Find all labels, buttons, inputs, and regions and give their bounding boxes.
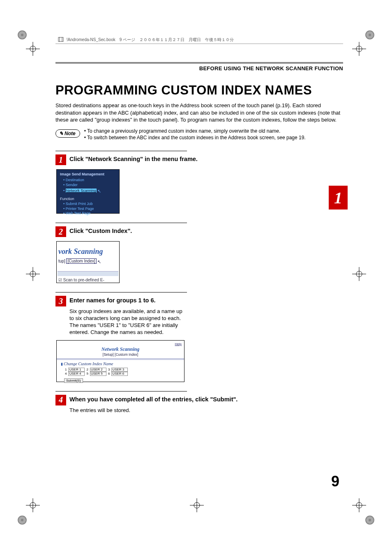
step-number: 4 bbox=[55, 395, 66, 405]
screenshot-menu-frame: Image Send Management Destination Sender… bbox=[56, 169, 120, 214]
ss3-title: Network Scanning bbox=[57, 346, 184, 352]
ss3-help-link: Help bbox=[175, 342, 182, 346]
cursor-icon: ↖ bbox=[97, 259, 101, 265]
note-item-1: To change a previously programmed custom… bbox=[84, 128, 306, 134]
step-2: 2 Click "Custom Index". vork Scanning tu… bbox=[55, 223, 343, 283]
cursor-icon: ↖ bbox=[97, 188, 101, 194]
step-number: 3 bbox=[55, 296, 66, 306]
ss1-item: Submit Print Job bbox=[63, 202, 116, 207]
step-body: The entries will be stored. bbox=[69, 407, 343, 414]
file-header-text: !Andromeda-NS_Sec.book 9 ページ ２００６年１１月２７日… bbox=[67, 37, 234, 42]
ss1-item: Destination bbox=[63, 178, 116, 183]
note-label: Note bbox=[65, 131, 76, 136]
step-body: Six group indexes are available, and a n… bbox=[69, 308, 184, 336]
reg-mark-mr bbox=[352, 267, 366, 281]
screenshot-index-form: Help Network Scanning [Setup] [Custom In… bbox=[56, 340, 184, 382]
note-box: ✎ Note To change a previously programmed… bbox=[55, 128, 343, 141]
step-title: Enter names for groups 1 to 6. bbox=[69, 296, 156, 304]
step-3: 3 Enter names for groups 1 to 6. Six gro… bbox=[55, 292, 343, 382]
pencil-icon: ✎ bbox=[59, 131, 63, 136]
ss3-input-6 bbox=[111, 372, 128, 376]
step-1: 1 Click "Network Scanning" in the menu f… bbox=[55, 151, 343, 214]
ss3-table: 1 2 3 4 5 6 bbox=[64, 368, 129, 376]
ss1-item-highlight: Network Scanning↖ bbox=[63, 187, 116, 193]
step-title: Click "Custom Index". bbox=[69, 226, 132, 235]
crop-mark-tr bbox=[365, 30, 374, 39]
step-title: When you have completed all of the entri… bbox=[69, 395, 238, 403]
reg-mark-ml bbox=[26, 267, 40, 281]
ss1-header: Image Send Management bbox=[60, 172, 116, 177]
ss3-input-2 bbox=[90, 368, 106, 372]
note-list: To change a previously programmed custom… bbox=[84, 128, 306, 141]
ss3-submit-button: Submit(S) bbox=[64, 378, 83, 383]
ss3-crumb: [Setup] [Custom Index] bbox=[57, 352, 184, 357]
ss2-crumb: tup] [Custom Index]↖ bbox=[58, 258, 118, 264]
step-number: 1 bbox=[55, 154, 66, 165]
frame-icon bbox=[58, 37, 64, 43]
ss1-item: Sender bbox=[63, 183, 116, 188]
ss2-title: vork Scanning bbox=[58, 247, 118, 256]
ss1-item: Printer Test Page bbox=[63, 207, 116, 212]
screenshot-custom-index: vork Scanning tup] [Custom Index]↖ ☑ Sca… bbox=[56, 241, 120, 283]
ss3-input-4 bbox=[68, 372, 85, 376]
crop-mark-bl bbox=[18, 516, 27, 525]
ss1-item: Web Test Page bbox=[63, 211, 116, 216]
page-number: 9 bbox=[331, 473, 339, 490]
reg-mark-br bbox=[352, 498, 366, 512]
intro-paragraph: Stored destinations appear as one-touch … bbox=[55, 102, 343, 124]
note-chip: ✎ Note bbox=[55, 129, 80, 138]
reg-mark-tl bbox=[26, 42, 40, 56]
file-header: !Andromeda-NS_Sec.book 9 ページ ２００６年１１月２７日… bbox=[55, 37, 343, 44]
svg-rect-21 bbox=[58, 37, 63, 41]
header-rule bbox=[55, 62, 343, 64]
ss3-input-1 bbox=[68, 368, 85, 372]
ss1-section2: Function bbox=[60, 197, 116, 202]
reg-mark-bl bbox=[26, 498, 40, 512]
ss3-label: Change Custom Index Name bbox=[61, 362, 184, 366]
step-number: 2 bbox=[55, 226, 66, 237]
page-content: !Andromeda-NS_Sec.book 9 ページ ２００６年１１月２７日… bbox=[55, 37, 343, 414]
ss3-input-3 bbox=[111, 368, 128, 372]
crop-mark-br bbox=[365, 516, 374, 525]
step-title: Click "Network Scanning" in the menu fra… bbox=[69, 154, 198, 163]
section-header: BEFORE USING THE NETWORK SCANNER FUNCTIO… bbox=[55, 65, 343, 71]
reg-mark-tr bbox=[352, 42, 366, 56]
step-4: 4 When you have completed all of the ent… bbox=[55, 391, 343, 414]
ss3-input-5 bbox=[90, 372, 106, 376]
note-item-2: To switch between the ABC index and the … bbox=[84, 134, 306, 141]
reg-mark-bc bbox=[190, 498, 204, 512]
crop-mark-tl bbox=[18, 30, 27, 39]
ss2-checkbox: ☑ Scan to pre-defined E- bbox=[58, 278, 118, 283]
page-title: PROGRAMMING CUSTOM INDEX NAMES bbox=[55, 83, 343, 98]
